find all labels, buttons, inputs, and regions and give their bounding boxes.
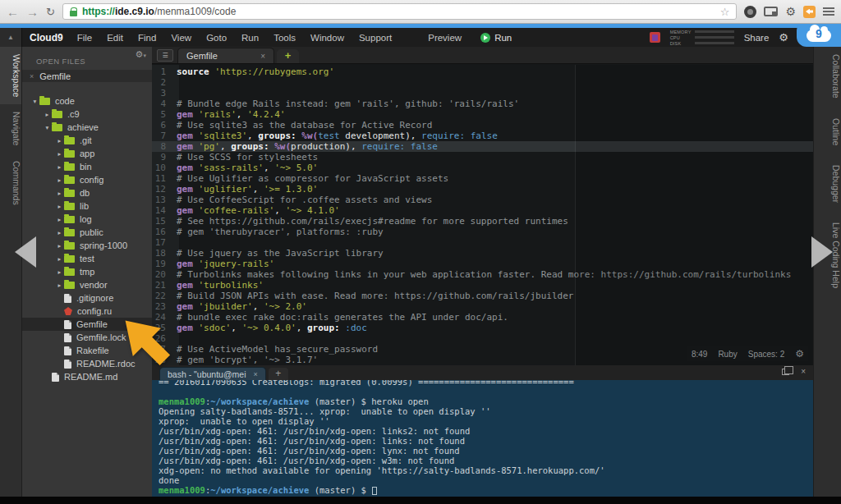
menu-run[interactable]: Run xyxy=(234,33,266,43)
tab-list-icon[interactable]: ☰ xyxy=(157,49,173,62)
chevron-closed-icon[interactable]: ▸ xyxy=(55,229,64,236)
forward-icon[interactable]: → xyxy=(26,6,39,18)
code-line[interactable]: 24# bundle exec rake doc:rails generates… xyxy=(152,312,813,323)
collaborator-avatar[interactable] xyxy=(650,32,660,43)
sidebar-tab-outline[interactable]: Outline xyxy=(814,111,841,153)
chevron-closed-icon[interactable]: ▸ xyxy=(55,176,64,184)
settings-gear-icon[interactable]: ⚙ xyxy=(779,31,788,44)
sidebar-tab-navigate[interactable]: Navigate xyxy=(0,104,21,153)
code-line[interactable]: 21gem 'turbolinks' xyxy=(152,280,813,291)
chevron-open-icon[interactable]: ▾ xyxy=(43,124,52,131)
collapse-menubar-button[interactable]: ▲ xyxy=(0,28,22,47)
tree-item-spring-1000[interactable]: ▸spring-1000 xyxy=(22,239,152,252)
code-line[interactable]: 19gem 'jquery-rails' xyxy=(152,259,813,269)
refresh-icon[interactable]: ↻ xyxy=(46,6,55,18)
menu-goto[interactable]: Goto xyxy=(199,33,234,43)
code-line[interactable]: 10gem 'sass-rails', '~> 5.0' xyxy=(152,163,813,173)
extension-icon[interactable] xyxy=(744,6,756,18)
menu-find[interactable]: Find xyxy=(131,33,163,43)
open-file-gemfile[interactable]: ×Gemfile xyxy=(22,70,152,82)
code-line[interactable]: 6# Use sqlite3 as the database for Activ… xyxy=(152,120,813,131)
code-line[interactable]: 8gem 'pg', groups: %w(production), requi… xyxy=(152,141,813,152)
tree-item-test[interactable]: ▸test xyxy=(22,252,152,265)
code-line[interactable]: 12gem 'uglifier', '>= 1.3.0' xyxy=(152,184,813,195)
code-line[interactable]: 26 xyxy=(152,333,813,344)
tree-item-public[interactable]: ▸public xyxy=(22,226,152,239)
tree-item-config[interactable]: ▸config xyxy=(22,173,152,186)
sidebar-tab-collaborate[interactable]: Collaborate xyxy=(814,47,841,106)
menu-support[interactable]: Support xyxy=(352,33,399,43)
sidebar-tab-workspace[interactable]: Workspace xyxy=(0,47,21,104)
browser-menu-icon[interactable] xyxy=(823,7,834,16)
tree-item-lib[interactable]: ▸lib xyxy=(22,199,152,213)
panel-gear-icon[interactable]: ⚙▾ xyxy=(136,49,146,60)
code-line[interactable]: 22# Build JSON APIs with ease. Read more… xyxy=(152,291,813,301)
cursor-position[interactable]: 8:49 xyxy=(692,350,707,359)
cloud9-logo[interactable]: 9 xyxy=(797,24,841,47)
syntax-mode[interactable]: Ruby xyxy=(718,350,737,359)
menu-edit[interactable]: Edit xyxy=(99,33,131,43)
panel-collapse-arrow-right[interactable] xyxy=(811,236,833,268)
maximize-console-icon[interactable] xyxy=(782,369,789,375)
tree-item-tmp[interactable]: ▸tmp xyxy=(22,265,152,278)
tree-item-.gitignore[interactable]: .gitignore xyxy=(22,291,152,305)
chevron-closed-icon[interactable]: ▸ xyxy=(55,282,64,289)
code-line[interactable]: 4# Bundle edge Rails instead: gem 'rails… xyxy=(152,99,813,109)
code-line[interactable]: 15# See https://github.com/rails/execjs#… xyxy=(152,216,813,227)
close-icon[interactable]: × xyxy=(30,72,34,80)
run-button[interactable]: Run xyxy=(480,33,512,43)
code-line[interactable]: 16# gem 'therubyracer', platforms: :ruby xyxy=(152,227,813,237)
share-button[interactable]: Share xyxy=(744,33,770,43)
tree-item-achieve[interactable]: ▾achieve xyxy=(22,121,152,134)
tab-gemfile[interactable]: Gemfile × xyxy=(177,48,274,63)
chevron-closed-icon[interactable]: ▸ xyxy=(55,203,64,210)
panel-collapse-arrow-left[interactable] xyxy=(15,236,37,268)
close-console-icon[interactable]: × xyxy=(801,368,806,376)
chevron-closed-icon[interactable]: ▸ xyxy=(55,150,64,158)
code-line[interactable]: 23gem 'jbuilder', '~> 2.0' xyxy=(152,301,813,312)
brand-label[interactable]: Cloud9 xyxy=(30,32,63,44)
code-line[interactable]: 13# Use CoffeeScript for .coffee assets … xyxy=(152,195,813,205)
tree-item-readme.md[interactable]: README.md xyxy=(22,370,152,383)
chevron-closed-icon[interactable]: ▸ xyxy=(55,242,64,250)
new-tab-button[interactable]: + xyxy=(277,49,299,63)
tree-item-.git[interactable]: ▸.git xyxy=(22,134,152,147)
menu-file[interactable]: File xyxy=(70,33,100,43)
preview-button[interactable]: Preview xyxy=(420,33,469,43)
code-line[interactable]: 20# Turbolinks makes following links in … xyxy=(152,269,813,280)
terminal-output[interactable]: == 20160117090635 CreateBlogs: migrated … xyxy=(152,380,813,497)
code-line[interactable]: 1source 'https://rubygems.org' xyxy=(152,66,813,77)
terminal-tab-close-icon[interactable]: × xyxy=(254,370,258,378)
menu-tools[interactable]: Tools xyxy=(266,33,303,43)
chevron-closed-icon[interactable]: ▸ xyxy=(55,163,64,171)
back-icon[interactable]: ← xyxy=(7,6,19,18)
chevron-closed-icon[interactable]: ▸ xyxy=(55,268,64,276)
cast-icon[interactable] xyxy=(764,7,778,16)
menu-window[interactable]: Window xyxy=(303,33,352,43)
code-line[interactable]: 25gem 'sdoc', '~> 0.4.0', group: :doc xyxy=(152,323,813,333)
new-terminal-button[interactable]: + xyxy=(269,368,288,380)
sidebar-tab-commands[interactable]: Commands xyxy=(0,153,21,213)
code-area[interactable]: 1source 'https://rubygems.org'234# Bundl… xyxy=(152,65,813,365)
cloud9-extension-icon[interactable] xyxy=(803,6,816,18)
code-line[interactable]: 2 xyxy=(152,77,813,88)
code-line[interactable]: 7gem 'sqlite3', groups: %w(test developm… xyxy=(152,131,813,141)
status-gear-icon[interactable]: ⚙ xyxy=(795,348,804,360)
code-line[interactable]: 3 xyxy=(152,88,813,99)
tree-item-log[interactable]: ▸log xyxy=(22,213,152,226)
tree-item-db[interactable]: ▸db xyxy=(22,186,152,199)
chevron-closed-icon[interactable]: ▸ xyxy=(55,255,64,263)
tree-item-.c9[interactable]: ▸.c9 xyxy=(22,108,152,121)
chevron-closed-icon[interactable]: ▸ xyxy=(55,216,64,223)
code-line[interactable]: 17 xyxy=(152,237,813,248)
code-line[interactable]: 11# Use Uglifier as compressor for JavaS… xyxy=(152,173,813,184)
indent-setting[interactable]: Spaces: 2 xyxy=(748,350,784,359)
chevron-closed-icon[interactable]: ▸ xyxy=(55,190,64,197)
tree-item-bin[interactable]: ▸bin xyxy=(22,160,152,173)
code-line[interactable]: 5gem 'rails', '4.2.4' xyxy=(152,109,813,120)
chevron-closed-icon[interactable]: ▸ xyxy=(43,111,52,118)
tree-item-code[interactable]: ▾code xyxy=(22,94,152,108)
extension-gear-icon[interactable]: ⚙ xyxy=(785,5,796,18)
code-line[interactable]: 14gem 'coffee-rails', '~> 4.1.0' xyxy=(152,205,813,216)
tree-item-app[interactable]: ▸app xyxy=(22,147,152,160)
